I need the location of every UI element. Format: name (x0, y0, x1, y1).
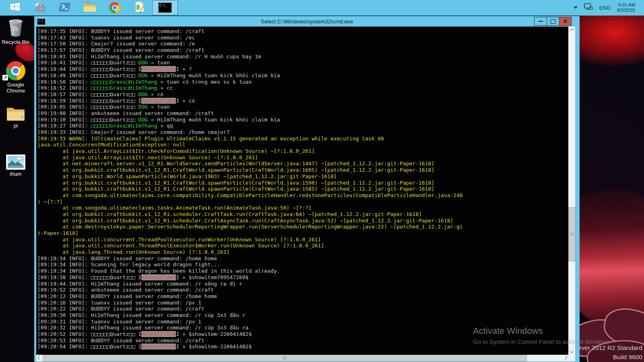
notepad-plus-plus-icon (134, 1, 145, 14)
cmd-window-icon-text: C:\ (38, 19, 43, 23)
server-manager-icon (34, 1, 46, 14)
vertical-scrollbar[interactable] (568, 27, 575, 355)
console-log-line: [09:18:41 INFO]: □□□□□□Quartz□□ DOG » tu… (37, 60, 568, 66)
console-log-line: at org.bukkit.craftbukkit.v1_12_R1.Craft… (37, 167, 568, 173)
console-log-line: [09:18:57 INFO]: □□□□□□Quartz□□ DOG » có (37, 91, 568, 98)
console-log-line: ) ~[?:?] (37, 199, 568, 205)
desktop-icon-thum-image[interactable]: thum (0, 149, 31, 177)
console-log-line: at java.util.ArrayList$Itr.checkForComod… (37, 148, 568, 154)
cmd-window-icon: C:\ (37, 19, 45, 25)
console-log-line: [09:18:59 INFO]: □□□□□□Quartz□□ IHentaiF… (37, 98, 568, 104)
console-log-line: [09:20:31 INFO]: tuanxv issued server co… (37, 319, 568, 325)
cmd-window: C:\ Select C:\Windows\system32\cmd.exe [… (34, 16, 580, 362)
desktop-icon-recycle-bin[interactable]: Recycle Bin (0, 17, 31, 45)
edition-line: erver 2012 R2 Standard (576, 343, 642, 352)
console-log-line: at java.util.concurrent.ThreadPoolExecut… (37, 237, 568, 243)
console-log-line: [09:18:49 INFO]: □□□□□□Quartz□□ DOG » Hi… (37, 72, 568, 79)
minimize-button[interactable] (534, 17, 547, 26)
maximize-button[interactable] (547, 17, 559, 26)
window-title: Select C:\Windows\system32\cmd.exe (34, 19, 580, 25)
minimize-icon (539, 21, 543, 22)
console-log-line: at org.bukkit.craftbukkit.v1_12_R1.Craft… (37, 180, 568, 186)
chrome-icon (109, 2, 120, 13)
console-log-line: [09:20:53 INFO]: BUDDYY issued server co… (37, 337, 568, 344)
console-log-line: [09:18:44 INFO]: □□□□□□Quartz□□ IHentaiF… (37, 66, 568, 72)
server-manager-button[interactable] (27, 0, 52, 15)
powershell-button[interactable] (52, 0, 77, 15)
network-icon[interactable] (584, 3, 593, 12)
show-hidden-icons-button[interactable] (574, 6, 578, 9)
system-tray: ENG 9:31 AM 8/3/2020 (574, 2, 644, 13)
console-log-line: [09:17:35 INFO]: BUDDYY issued server co… (37, 28, 568, 35)
wallpaper-petal (601, 304, 644, 352)
vertical-scrollbar-thumb[interactable] (568, 207, 575, 261)
horizontal-scrollbar[interactable] (36, 355, 568, 361)
console-log-line: [09:18:03 INFO]: HiImThang issued server… (37, 53, 568, 60)
close-button[interactable] (559, 17, 572, 26)
start-button[interactable] (2, 0, 27, 15)
console-log-line: [09:19:33 WARN]: [UltimateClaims] Plugin… (37, 136, 568, 142)
console-log-line: at org.bukkit.World.spawnParticle(World.… (37, 173, 568, 180)
console-output[interactable]: [09:17:35 INFO]: BUDDYY issued server co… (36, 27, 568, 355)
console-log-line: [09:19:38 INFO]: □□□□□□Quartz□□ IHentaiF… (37, 274, 568, 281)
console-log-line: [09:19:05 INFO]: □□□□□□Quartz□□ DOG » tu… (37, 104, 568, 110)
console-log-line: [09:19:34 INFO]: Found that the dragon h… (37, 268, 568, 274)
console-log-line: at org.bukkit.craftbukkit.v1_12_R1.sched… (37, 218, 568, 224)
console-log-line: [09:20:54 INFO]: □□□□□□Quartz□□ IHentaiF… (37, 343, 568, 350)
clock[interactable]: 9:31 AM 8/3/2020 (617, 2, 635, 13)
file-explorer-button[interactable] (77, 0, 102, 15)
console-log-line: t-Paper-1618] (37, 230, 568, 237)
notepad-plus-plus-button[interactable] (127, 0, 152, 15)
cmd-taskbar-button[interactable]: C:\_ (152, 0, 178, 15)
chrome-button[interactable] (102, 0, 127, 15)
windows-edition-label: erver 2012 R2 Standard Build 9600 (576, 343, 642, 362)
scroll-right-button[interactable] (562, 355, 568, 361)
window-controls (534, 17, 572, 26)
console-log-line: [09:19:52 INFO]: ankuteeee issued server… (37, 287, 568, 293)
console-log-line: [09:20:12 INFO]: BUDDYY issued server co… (37, 293, 568, 300)
console-log-line: [09:19:10 INFO]: □□□□□□Quartz□□ DOG » Hi… (37, 117, 568, 123)
console-log-line: [09:19:44 INFO]: HiImThang issued server… (37, 281, 568, 287)
scroll-down-button[interactable] (568, 348, 575, 355)
desktop-icon-pl-folder[interactable]: pl (0, 101, 31, 129)
console-log-line: [09:18:52 INFO]: □□□□□□Grass□HiImThang »… (37, 85, 568, 91)
console-log-line: [09:17:50 INFO]: Cmajor7 issued server c… (37, 41, 568, 47)
desktop-icon-label: Recycle Bin (0, 39, 31, 45)
console-log-line: [09:19:34 INFO]: BUDDYY issued server co… (37, 255, 568, 262)
console-log-line: at java.lang.Thread.run(Unknown Source) … (37, 249, 568, 255)
image-file-icon (0, 149, 31, 170)
wallpaper-petal (585, 337, 644, 362)
recycle-bin-icon (0, 17, 31, 38)
clock-date: 8/3/2020 (617, 8, 635, 13)
console-log-line: [09:19:34 INFO]: Scanning for legacy wor… (37, 261, 568, 268)
console-log-line: at org.bukkit.craftbukkit.v1_12_R1.sched… (37, 211, 568, 218)
windows-logo-icon (10, 2, 20, 14)
chrome-icon (0, 60, 31, 80)
build-line: Build 9600 (576, 352, 642, 362)
desktop-icon-label: pl (0, 123, 31, 129)
scroll-up-button[interactable] (568, 27, 575, 33)
console-log-line: at com.songoda.ultimateclaims.tasks.Anim… (37, 205, 568, 211)
console-log-line: java.util.ConcurrentModificationExceptio… (37, 142, 568, 148)
desktop-icon-label: thum (0, 171, 31, 177)
console-log-line: at net.minecraft.server.v1_12_R1.WorldSe… (37, 160, 568, 167)
console-log-line: at org.bukkit.craftbukkit.v1_12_R1.Craft… (37, 186, 568, 192)
clock-time: 9:31 AM (617, 2, 635, 8)
console-log-line: [09:19:27 INFO]: □□□□□□Grass□HiImThang »… (37, 123, 568, 129)
title-bar[interactable]: C:\ Select C:\Windows\system32\cmd.exe (34, 16, 580, 27)
screen: Recycle Bin Google Chrome (0, 0, 644, 362)
console-log-line: at com.destroystokyo.paper.ServerSchedul… (37, 224, 568, 230)
console-log-line: [09:20:22 INFO]: BUDDYY issued server co… (37, 306, 568, 312)
console-log-line: [09:20:16 INFO]: tuanxv issued server co… (37, 300, 568, 306)
folder-icon (83, 2, 96, 14)
cmd-icon: C:\_ (158, 2, 172, 13)
language-indicator[interactable]: ENG (599, 5, 611, 11)
horizontal-scrollbar-thumb[interactable] (43, 355, 527, 361)
scroll-left-button[interactable] (36, 355, 43, 361)
desktop-icon-google-chrome[interactable]: Google Chrome (0, 60, 31, 94)
taskbar: C:\_ ENG 9:31 AM 8/3/2020 (0, 0, 644, 16)
console-log-line: [09:19:08 INFO]: ankuteeee issued server… (37, 110, 568, 117)
console-log-line: [09:20:52 INFO]: □□□□□□Quartz□□ IHentaiF… (37, 331, 568, 337)
thumb-grip (283, 356, 287, 360)
console-log-line: [09:20:30 INFO]: HiImThang issued server… (37, 312, 568, 319)
